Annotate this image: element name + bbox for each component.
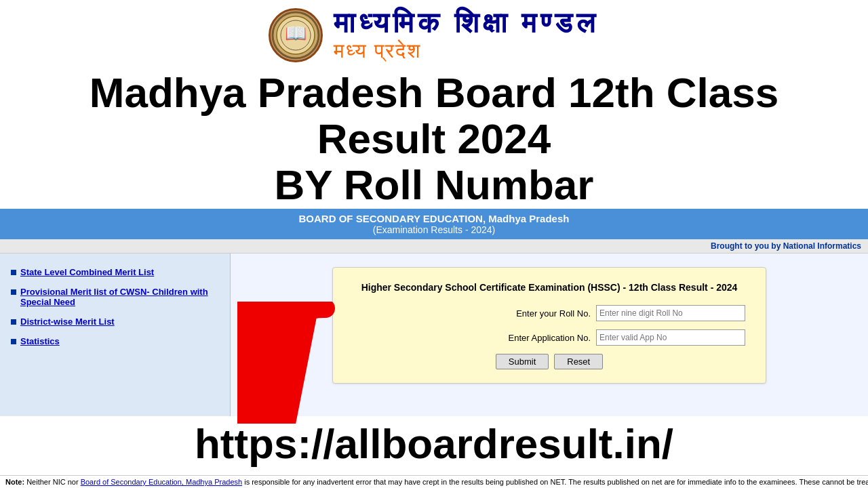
app-input[interactable] (596, 329, 745, 346)
main-heading: Madhya Pradesh Board 12th Class Result 2… (0, 67, 868, 209)
reset-button[interactable]: Reset (554, 354, 603, 369)
hindi-title-block: माध्यमिक शिक्षा मण्डल मध्य प्रदेश (334, 7, 599, 63)
note-text: Note: Neither NIC nor Board of Secondary… (5, 478, 868, 486)
provisional-merit-link[interactable]: Provisional Merit list of CWSN- Children… (20, 287, 219, 307)
top-section: 📖 माध्यमिक शिक्षा मण्डल मध्य प्रदेश (0, 0, 868, 67)
result-form-box: Higher Secondary School Certificate Exam… (332, 267, 766, 384)
heading-line1: Madhya Pradesh Board 12th Class (90, 69, 778, 116)
blue-banner: BOARD OF SECONDARY EDUCATION, Madhya Pra… (0, 209, 868, 239)
bullet-4 (11, 339, 16, 344)
roll-no-row: Enter your Roll No. (353, 305, 745, 321)
sidebar-item-4[interactable]: Statistics (11, 336, 219, 346)
nic-text: Brought to you by National Informatics (711, 241, 861, 251)
banner-line1: BOARD OF SECONDARY EDUCATION, Madhya Pra… (0, 213, 868, 224)
heading-line3: BY Roll Numbar (275, 161, 594, 208)
sidebar-item-2[interactable]: Provisional Merit list of CWSN- Children… (11, 287, 219, 307)
board-link[interactable]: Board of Secondary Education, Madhya Pra… (81, 478, 242, 486)
bullet-2 (11, 289, 16, 295)
logo-row: 📖 माध्यमिक शिक्षा मण्डल मध्य प्रदेश (269, 7, 599, 63)
app-no-row: Enter Application No. (353, 329, 745, 346)
nic-stripe: Brought to you by National Informatics (0, 239, 868, 253)
svg-text:📖: 📖 (285, 22, 307, 44)
logo-emblem: 📖 (269, 8, 323, 62)
submit-button[interactable]: Submit (496, 354, 549, 369)
bullet-3 (11, 319, 16, 325)
heading-line2: Result 2024 (317, 115, 551, 162)
sidebar-item-3[interactable]: District-wise Merit List (11, 317, 219, 327)
district-wise-link[interactable]: District-wise Merit List (20, 317, 115, 327)
roll-input[interactable] (596, 305, 745, 321)
bullet-1 (11, 270, 16, 275)
note-bar: Note: Neither NIC nor Board of Secondary… (0, 475, 868, 488)
state-level-link[interactable]: State Level Combined Merit List (20, 267, 154, 277)
sidebar: State Level Combined Merit List Provisio… (0, 253, 231, 416)
statistics-link[interactable]: Statistics (20, 336, 60, 346)
app-label: Enter Application No. (509, 333, 591, 343)
hindi-main-title: माध्यमिक शिक्षा मण्डल (334, 7, 599, 39)
url-overlay: https://allboardresult.in/ (0, 420, 868, 468)
form-buttons: Submit Reset (353, 354, 745, 369)
sidebar-item-1[interactable]: State Level Combined Merit List (11, 267, 219, 277)
form-title: Higher Secondary School Certificate Exam… (353, 281, 745, 295)
main-form-area: Higher Secondary School Certificate Exam… (231, 253, 868, 416)
banner-line2: (Examination Results - 2024) (0, 224, 868, 235)
roll-label: Enter your Roll No. (516, 308, 591, 319)
content-area: State Level Combined Merit List Provisio… (0, 253, 868, 416)
hindi-sub-title: मध्य प्रदेश (334, 39, 421, 63)
url-text: https://allboardresult.in/ (195, 420, 673, 467)
